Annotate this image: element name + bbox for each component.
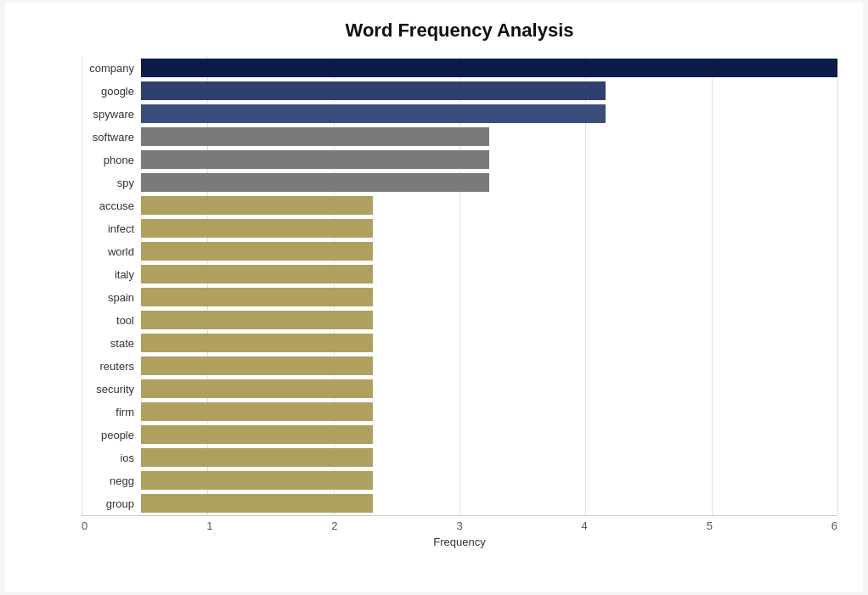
bar-wrapper — [141, 104, 837, 123]
bar — [141, 127, 489, 146]
bar-label: tool — [82, 314, 141, 327]
bar-row: italy — [82, 263, 837, 285]
bar — [141, 150, 489, 169]
bar-label: spy — [82, 177, 141, 189]
bar-wrapper — [141, 219, 837, 238]
bar-label: accuse — [82, 199, 141, 212]
x-axis: 0123456 Frequency — [82, 515, 837, 549]
x-axis-line — [82, 515, 837, 516]
bar — [141, 311, 373, 329]
bar-wrapper — [141, 288, 837, 306]
bar-row: group — [82, 492, 837, 514]
x-tick: 3 — [456, 519, 462, 532]
bar-row: spy — [82, 171, 837, 194]
x-axis-label: Frequency — [82, 536, 837, 548]
bar — [141, 425, 373, 444]
bar — [141, 471, 373, 490]
bar — [141, 494, 373, 513]
bars-section: companygooglespywaresoftwarephonespyaccu… — [82, 57, 837, 515]
bar — [141, 379, 373, 398]
bar-row: ios — [82, 446, 837, 469]
bar-row: state — [82, 332, 837, 354]
bar-label: italy — [82, 268, 141, 281]
bar — [141, 173, 489, 192]
bar — [141, 196, 373, 215]
bar — [141, 448, 373, 467]
bar-label: world — [82, 245, 141, 258]
bar-wrapper — [141, 334, 837, 352]
bar — [141, 402, 373, 421]
bar-wrapper — [141, 81, 837, 100]
x-ticks: 0123456 — [82, 515, 837, 532]
bar-row: firm — [82, 401, 837, 423]
bar-label: negg — [82, 474, 141, 487]
chart-title: Word Frequency Analysis — [82, 20, 837, 42]
bar-row: spain — [82, 286, 837, 308]
bar — [141, 288, 373, 306]
bar-wrapper — [141, 196, 837, 215]
bar — [141, 81, 606, 100]
x-tick: 0 — [82, 519, 87, 532]
x-tick: 6 — [831, 519, 837, 532]
bar-label: ios — [82, 452, 141, 464]
bar-wrapper — [141, 425, 837, 444]
bar-wrapper — [141, 242, 837, 261]
bar-row: google — [82, 80, 837, 102]
bar-wrapper — [141, 494, 837, 513]
bar-label: group — [82, 497, 141, 510]
bar-wrapper — [141, 265, 837, 283]
bar-wrapper — [141, 173, 837, 192]
bar — [141, 59, 837, 77]
bar-label: people — [82, 429, 141, 441]
bar-wrapper — [141, 356, 837, 375]
x-tick: 2 — [331, 519, 337, 532]
bar-label: software — [82, 131, 141, 143]
bar-label: firm — [82, 406, 141, 418]
bar-wrapper — [141, 471, 837, 490]
bar-label: phone — [82, 154, 141, 166]
bar-wrapper — [141, 59, 837, 77]
bar-label: security — [82, 383, 141, 396]
chart-container: Word Frequency Analysis companygooglespy… — [5, 3, 863, 592]
bar-row: accuse — [82, 194, 837, 216]
bar-label: spyware — [82, 108, 141, 121]
bar-label: google — [82, 85, 141, 98]
bar — [141, 356, 373, 375]
bar-label: reuters — [82, 360, 141, 373]
bar-wrapper — [141, 379, 837, 398]
x-tick: 4 — [582, 519, 588, 532]
bar — [141, 104, 606, 123]
bar-row: tool — [82, 309, 837, 331]
bar — [141, 265, 373, 283]
bar — [141, 219, 373, 238]
bar-wrapper — [141, 150, 837, 169]
bar-row: reuters — [82, 355, 837, 377]
bar-wrapper — [141, 311, 837, 329]
bar-row: people — [82, 424, 837, 446]
bar-wrapper — [141, 448, 837, 467]
bar-row: security — [82, 378, 837, 400]
x-tick: 5 — [707, 519, 713, 532]
bar-row: world — [82, 240, 837, 262]
bar-row: infect — [82, 217, 837, 239]
bar — [141, 242, 373, 261]
bar-label: company — [82, 62, 141, 75]
x-tick: 1 — [206, 519, 212, 532]
bar-wrapper — [141, 127, 837, 146]
bar-row: spyware — [82, 103, 837, 125]
chart-area: companygooglespywaresoftwarephonespyaccu… — [82, 57, 837, 549]
bar-label: state — [82, 337, 141, 350]
bar-row: negg — [82, 469, 837, 491]
grid-line — [837, 57, 838, 515]
bar-label: spain — [82, 291, 141, 304]
bar-label: infect — [82, 222, 141, 235]
bar — [141, 334, 373, 352]
bar-row: company — [82, 57, 837, 79]
bar-row: software — [82, 126, 837, 148]
bar-row: phone — [82, 149, 837, 171]
bar-wrapper — [141, 402, 837, 421]
